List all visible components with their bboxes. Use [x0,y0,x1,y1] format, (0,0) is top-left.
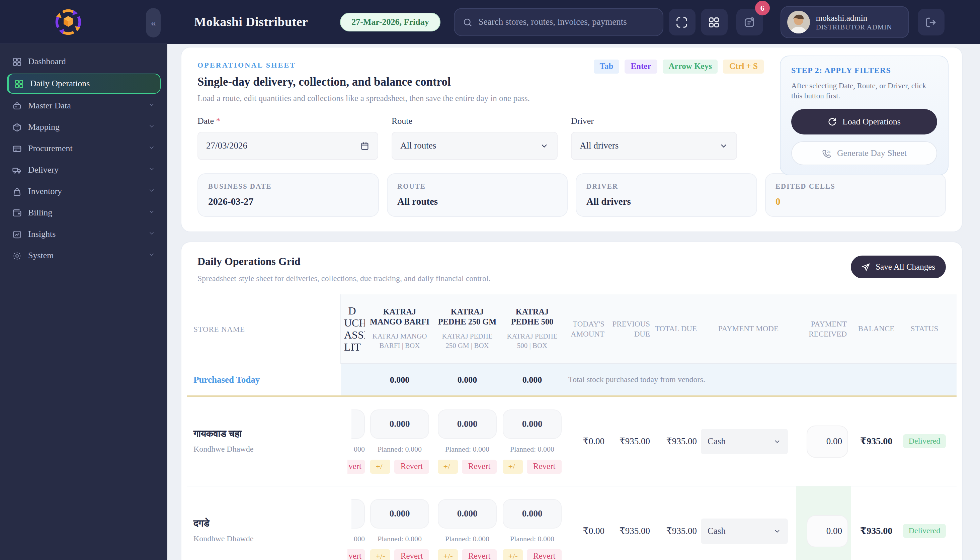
calendar-icon [360,141,369,150]
apply-filters-description: After selecting Date, Route, or Driver, … [791,81,937,101]
phone-24-icon: 24 [822,148,832,158]
generate-day-sheet-button[interactable]: 24 Generate Day Sheet [791,141,937,165]
store-name: दगडे [194,518,341,529]
logout-button[interactable] [918,9,945,35]
chevron-down-icon [148,165,155,175]
driver-select[interactable]: All drivers [571,132,737,160]
card-icon [12,143,28,153]
summary-card-route: ROUTEAll routes [387,173,568,217]
quantity-input[interactable]: 0.000 [438,409,497,438]
chevron-down-icon [148,144,155,151]
shortcut-badge-ctrl-s: Ctrl + S [723,60,764,73]
sidebar-item-procurement[interactable]: Procurement [7,139,161,158]
revert-button[interactable]: Revert [462,459,497,473]
sidebar-item-billing[interactable]: Billing [7,203,161,222]
purchased-today-link[interactable]: Purchased Today [194,374,260,385]
revert-button[interactable]: Revert [527,459,562,473]
global-search-input[interactable]: Search stores, routes, invoices, payment… [454,8,663,36]
revert-button-fragment[interactable]: vert [347,549,365,560]
payment-mode-select[interactable]: Cash [701,518,788,543]
summary-card-driver: DRIVERAll drivers [576,173,757,217]
sidebar-item-label: Master Data [28,100,71,111]
payment-mode-select[interactable]: Cash [701,428,788,454]
apps-grid-button[interactable] [701,9,728,35]
previous-due-value: ₹935.00 [608,435,654,447]
sidebar-item-system[interactable]: System [7,246,161,265]
store-row: दगडेKondhwe Dhawde000vert0.000Planned: 0… [187,487,957,560]
quantity-input[interactable]: 0.000 [370,409,429,438]
revert-button-fragment[interactable]: vert [347,459,365,473]
chevron-down-icon [148,122,155,130]
planned-quantity: Planned: 0.000 [445,445,489,453]
shortcut-badge-enter: Enter [624,60,657,73]
quantity-input[interactable]: 0.000 [370,499,429,528]
sidebar-item-delivery[interactable]: Delivery [7,160,161,179]
sidebar-item-inventory[interactable]: Inventory [7,182,161,201]
shortcut-badge-arrow-keys: Arrow Keys [663,60,718,73]
payment-received-cell: 0.00 [796,486,851,560]
notification-count-badge: 6 [755,1,770,15]
grid-icon [12,57,28,67]
previous-due-value: ₹935.00 [608,525,654,537]
save-all-changes-button[interactable]: Save All Changes [851,256,946,278]
summary-card-value: 0 [776,196,935,207]
fullscreen-button[interactable] [669,9,696,35]
quantity-input[interactable]: 0.000 [503,409,562,438]
user-role: DISTRIBUTOR ADMIN [816,23,892,31]
revert-button[interactable]: Revert [462,549,497,560]
truck-icon [12,165,28,175]
revert-button[interactable]: Revert [527,549,562,560]
store-name: गायकवाड चहा [194,428,341,440]
sidebar-item-daily-operations[interactable]: Daily Operations [7,73,161,94]
sidebar-item-dashboard[interactable]: Dashboard [7,52,161,71]
quantity-input[interactable]: 0.000 [503,499,562,528]
route-select[interactable]: All routes [392,132,558,160]
app-title: Mokashi Distributer [194,15,308,30]
payment-received-input[interactable]: 0.00 [806,515,848,547]
truck-icon [12,165,22,175]
planned-quantity: Planned: 0.000 [377,445,422,453]
main-content: OPERATIONAL SHEET TabEnterArrow KeysCtrl… [167,44,980,560]
qty-input-fragment[interactable] [351,499,365,528]
plus-minus-button[interactable]: +/- [503,549,523,560]
summary-cards-row: BUSINESS DATE2026-03-27ROUTEAll routesDR… [197,173,946,217]
topbar: Mokashi Distributer 27-Mar-2026, Friday … [167,0,980,44]
grid-subtitle: Spreadsheet-style sheet for deliveries, … [197,273,491,284]
sidebar-nav: DashboardDaily OperationsMaster DataMapp… [0,44,167,276]
quantity-input[interactable]: 0.000 [438,499,497,528]
table-header-row: STORE NAMED UCHASSI LITKATRAJ MANGO BARF… [187,294,957,364]
product-cell: 0.000Planned: 0.000+/-Revert [434,499,500,560]
total-due-value: ₹935.00 [654,525,701,537]
chevron-down-icon [148,229,155,240]
plus-minus-button[interactable]: +/- [371,459,391,473]
planned-quantity: Planned: 0.000 [510,534,554,542]
payment-received-input[interactable]: 0.00 [806,425,848,457]
plus-minus-button[interactable]: +/- [371,549,391,560]
grid-icon [14,78,30,88]
payment-mode-value: Cash [708,436,726,447]
avatar [787,11,810,33]
date-input[interactable]: 27/03/2026 [197,132,378,160]
balance-value: ₹935.00 [851,435,902,447]
wallet-icon [12,208,28,218]
chevron-down-icon [148,208,155,215]
store-area: Kondhwe Dhawde [194,444,341,454]
sidebar-item-mapping[interactable]: Mapping [7,118,161,137]
sidebar-collapse-button[interactable]: « [146,8,161,37]
column-header-payment-received: PAYMENT RECEIVED [796,319,851,339]
plus-minus-button[interactable]: +/- [438,459,458,473]
keyboard-shortcuts: TabEnterArrow KeysCtrl + S [594,60,764,73]
summary-card-label: BUSINESS DATE [208,183,368,190]
plus-minus-button[interactable]: +/- [438,549,458,560]
summary-card-label: DRIVER [586,183,746,190]
sidebar-item-master-data[interactable]: Master Data [7,96,161,115]
sidebar-item-label: Billing [28,207,52,218]
sidebar-item-insights[interactable]: Insights [7,225,161,243]
revert-button[interactable]: Revert [395,549,429,560]
qty-input-fragment[interactable] [351,409,365,438]
plus-minus-button[interactable]: +/- [503,459,523,473]
user-menu[interactable]: mokashi.admin DISTRIBUTOR ADMIN [781,6,909,38]
revert-button[interactable]: Revert [395,459,429,473]
load-operations-button[interactable]: Load Operations [791,109,937,135]
chevron-down-icon [148,207,155,218]
